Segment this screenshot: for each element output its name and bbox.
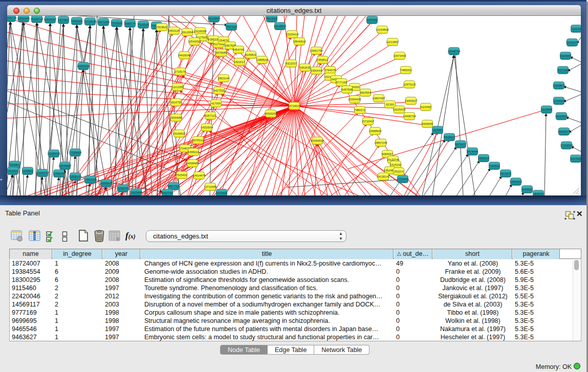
svg-text:7515526: 7515526 [138, 23, 149, 26]
svg-text:10973493: 10973493 [394, 54, 406, 57]
svg-text:16961758: 16961758 [310, 49, 323, 52]
svg-text:10654112: 10654112 [510, 180, 522, 183]
svg-text:7986372: 7986372 [354, 108, 365, 112]
svg-text:20206536: 20206536 [48, 152, 60, 155]
svg-text:10807487: 10807487 [373, 97, 385, 100]
svg-text:16210643: 16210643 [555, 115, 568, 118]
svg-text:1962635: 1962635 [299, 66, 311, 69]
svg-text:15692971: 15692971 [558, 130, 571, 133]
svg-text:18807249: 18807249 [375, 141, 387, 144]
svg-text:14055714: 14055714 [7, 16, 16, 19]
svg-text:1990443: 1990443 [311, 69, 322, 72]
svg-text:2935114: 2935114 [478, 157, 489, 160]
svg-text:9777169: 9777169 [336, 81, 347, 84]
svg-text:18640910: 18640910 [293, 40, 306, 43]
svg-text:3875685: 3875685 [215, 51, 227, 54]
svg-text:984375: 984375 [534, 192, 543, 195]
svg-text:1345194: 1345194 [53, 172, 64, 175]
svg-text:9245652: 9245652 [521, 188, 533, 191]
svg-text:10025433: 10025433 [393, 108, 406, 111]
svg-text:8322037: 8322037 [286, 62, 297, 65]
svg-text:18724007: 18724007 [288, 104, 301, 107]
svg-text:7955812: 7955812 [317, 58, 328, 61]
svg-text:935061: 935061 [10, 163, 20, 166]
svg-text:17359924: 17359924 [69, 151, 82, 154]
svg-text:2718176: 2718176 [175, 70, 186, 73]
svg-text:7663822: 7663822 [156, 26, 167, 29]
svg-text:26053346: 26053346 [77, 64, 90, 68]
svg-text:3912954: 3912954 [182, 31, 193, 34]
svg-text:1810755: 1810755 [170, 101, 182, 104]
svg-text:3824554: 3824554 [360, 91, 371, 94]
svg-text:14136141: 14136141 [377, 175, 390, 178]
svg-text:8454749: 8454749 [233, 48, 244, 51]
svg-text:9857791: 9857791 [168, 185, 179, 188]
svg-text:7485063: 7485063 [400, 69, 411, 72]
svg-text:93975887: 93975887 [59, 164, 72, 167]
svg-text:10543362: 10543362 [188, 40, 201, 43]
svg-text:8938923: 8938923 [444, 136, 455, 139]
svg-text:154676: 154676 [219, 39, 229, 42]
svg-text:5678312: 5678312 [192, 139, 204, 142]
svg-text:1244415: 1244415 [553, 99, 564, 102]
svg-text:164095: 164095 [433, 128, 443, 132]
svg-text:9084067: 9084067 [382, 152, 393, 156]
svg-text:14353594: 14353594 [201, 126, 213, 129]
svg-text:19218506: 19218506 [274, 25, 287, 28]
svg-text:18300295: 18300295 [265, 112, 277, 115]
svg-text:16648794: 16648794 [448, 50, 461, 53]
svg-text:15720407: 15720407 [362, 120, 375, 123]
svg-text:2087682: 2087682 [366, 18, 378, 21]
svg-text:1156829: 1156829 [22, 169, 33, 172]
svg-text:12213383: 12213383 [171, 85, 184, 89]
svg-text:12213967: 12213967 [386, 40, 399, 43]
svg-text:3660124: 3660124 [168, 29, 180, 32]
svg-text:9227343: 9227343 [557, 69, 569, 72]
svg-text:1167533: 1167533 [570, 157, 581, 160]
svg-text:8215958: 8215958 [541, 108, 552, 111]
svg-text:62160: 62160 [386, 103, 394, 106]
svg-text:15226058: 15226058 [194, 30, 207, 33]
svg-text:20691406: 20691406 [17, 17, 30, 20]
svg-text:7857224: 7857224 [226, 25, 237, 28]
svg-text:7625402: 7625402 [176, 173, 187, 177]
svg-text:7515526: 7515526 [111, 21, 122, 25]
svg-text:7632621: 7632621 [489, 164, 500, 167]
svg-text:1573426: 1573426 [216, 191, 227, 194]
svg-text:10154808: 10154808 [376, 28, 389, 31]
svg-text:17016504: 17016504 [560, 144, 573, 147]
svg-text:1822017: 1822017 [234, 60, 245, 63]
svg-text:12505135: 12505135 [69, 175, 82, 178]
svg-text:1615152: 1615152 [390, 163, 401, 166]
svg-text:252214: 252214 [394, 170, 404, 173]
svg-text:20364436: 20364436 [349, 98, 361, 101]
svg-text:6497568: 6497568 [341, 88, 353, 91]
svg-text:19103719: 19103719 [31, 17, 43, 20]
svg-text:9085774: 9085774 [124, 22, 136, 25]
svg-text:13325419: 13325419 [286, 33, 299, 36]
svg-text:6466160: 6466160 [71, 19, 82, 23]
svg-text:9699695: 9699695 [422, 122, 433, 125]
svg-text:6879197: 6879197 [455, 143, 466, 146]
svg-text:16120746: 16120746 [387, 158, 400, 161]
svg-text:10719185: 10719185 [84, 20, 97, 23]
svg-text:8813054: 8813054 [266, 17, 277, 20]
svg-text:10653267: 10653267 [44, 18, 57, 21]
svg-text:1527602: 1527602 [58, 18, 69, 21]
svg-text:12975115: 12975115 [403, 83, 416, 86]
svg-text:15751074: 15751074 [566, 41, 579, 44]
svg-text:10958107: 10958107 [100, 182, 113, 185]
svg-text:13710485: 13710485 [204, 185, 217, 188]
svg-text:14914479: 14914479 [193, 174, 206, 177]
svg-text:12093872: 12093872 [553, 84, 565, 87]
svg-text:12923448: 12923448 [130, 191, 143, 194]
svg-text:16671355: 16671355 [97, 20, 110, 24]
svg-text:17957225: 17957225 [84, 178, 97, 181]
svg-text:19166825: 19166825 [173, 132, 186, 135]
svg-text:14099483: 14099483 [186, 162, 199, 165]
svg-text:9146821: 9146821 [245, 53, 256, 56]
svg-text:391594: 391594 [8, 169, 18, 172]
svg-text:19384554: 19384554 [311, 139, 324, 142]
svg-text:9329966: 9329966 [560, 54, 571, 57]
svg-text:9757791: 9757791 [162, 191, 173, 194]
